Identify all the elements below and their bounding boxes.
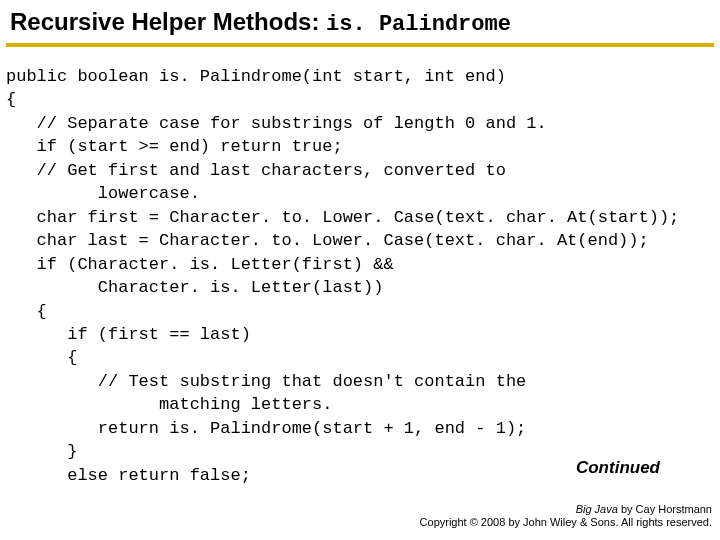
code-line: char first = Character. to. Lower. Case(… <box>6 208 679 227</box>
code-line: { <box>6 90 16 109</box>
code-line: lowercase. <box>6 184 200 203</box>
footer-book-title: Big Java <box>576 503 618 515</box>
code-line: { <box>6 302 47 321</box>
code-line: if (Character. is. Letter(first) && <box>6 255 394 274</box>
code-line: matching letters. <box>6 395 332 414</box>
code-line: // Test substring that doesn't contain t… <box>6 372 526 391</box>
slide-title-bar: Recursive Helper Methods: is. Palindrome <box>0 0 720 41</box>
slide: Recursive Helper Methods: is. Palindrome… <box>0 0 720 540</box>
code-line: char last = Character. to. Lower. Case(t… <box>6 231 649 250</box>
code-line: public boolean is. Palindrome(int start,… <box>6 67 506 86</box>
code-line: { <box>6 348 77 367</box>
footer-line-1: Big Java by Cay Horstmann <box>420 503 712 517</box>
code-line: else return false; <box>6 466 251 485</box>
slide-title-code: is. Palindrome <box>326 12 511 37</box>
code-line: } <box>6 442 77 461</box>
slide-title-prefix: Recursive Helper Methods: <box>10 8 326 35</box>
code-line: Character. is. Letter(last)) <box>6 278 383 297</box>
code-line: return is. Palindrome(start + 1, end - 1… <box>6 419 526 438</box>
code-line: if (first == last) <box>6 325 251 344</box>
code-line: if (start >= end) return true; <box>6 137 343 156</box>
footer: Big Java by Cay Horstmann Copyright © 20… <box>420 503 712 531</box>
code-line: // Get first and last characters, conver… <box>6 161 506 180</box>
footer-copyright: Copyright © 2008 by John Wiley & Sons. A… <box>420 516 712 530</box>
code-line: // Separate case for substrings of lengt… <box>6 114 547 133</box>
code-block: public boolean is. Palindrome(int start,… <box>0 47 720 487</box>
continued-label: Continued <box>576 458 660 478</box>
footer-author: by Cay Horstmann <box>618 503 712 515</box>
